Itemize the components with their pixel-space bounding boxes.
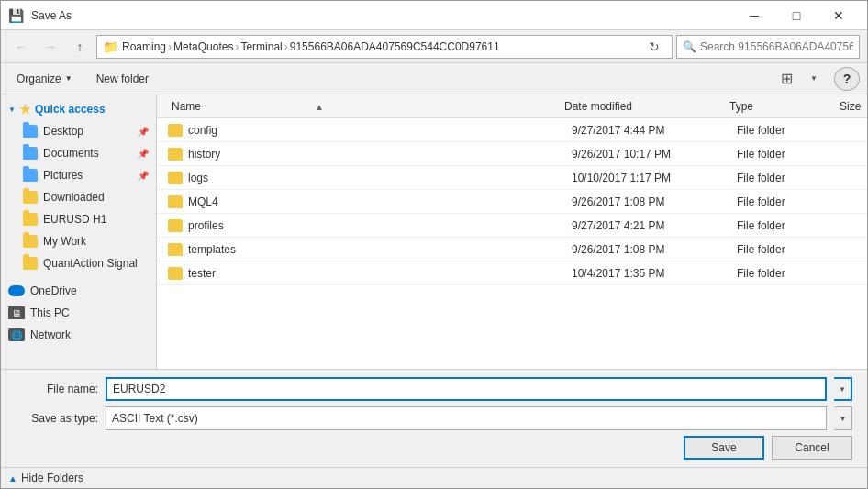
organize-label: Organize bbox=[17, 72, 61, 85]
table-row[interactable]: MQL4 9/26/2017 1:08 PM File folder bbox=[157, 190, 867, 214]
file-type: File folder bbox=[733, 148, 789, 161]
quick-access-chevron: ▼ bbox=[8, 106, 16, 114]
table-row[interactable]: history 9/26/2017 10:17 PM File folder bbox=[157, 142, 867, 166]
sidebar-item-thispc[interactable]: 🖥 This PC bbox=[1, 302, 156, 324]
sidebar-item-network[interactable]: 🌐 Network bbox=[1, 324, 156, 346]
documents-folder-icon bbox=[23, 147, 38, 160]
save-as-dialog: 💾 Save As ─ □ ✕ ← → ↑ 📁 Roaming › MetaQu… bbox=[0, 0, 868, 489]
file-date: 9/26/2017 1:08 PM bbox=[568, 195, 668, 208]
help-button[interactable]: ? bbox=[834, 67, 860, 91]
filename-dropdown-button[interactable]: ▼ bbox=[834, 377, 852, 401]
filetype-row: Save as type: ASCII Text (*.csv) ▼ bbox=[16, 406, 852, 430]
sidebar-item-desktop[interactable]: Desktop 📌 bbox=[1, 120, 156, 142]
breadcrumb-metaquotes[interactable]: MetaQuotes bbox=[173, 40, 233, 53]
window-title: Save As bbox=[31, 9, 72, 22]
search-input[interactable] bbox=[700, 40, 853, 53]
back-button[interactable]: ← bbox=[8, 35, 34, 59]
thispc-label: This PC bbox=[30, 306, 70, 319]
breadcrumb-roaming[interactable]: Roaming bbox=[122, 40, 166, 53]
column-header-type[interactable]: Type bbox=[726, 100, 836, 113]
sidebar-item-mywork[interactable]: My Work bbox=[1, 230, 156, 252]
column-header-date[interactable]: Date modified bbox=[561, 100, 726, 113]
desktop-folder-icon bbox=[23, 125, 38, 138]
hide-folders-bar[interactable]: ▲ Hide Folders bbox=[1, 467, 867, 488]
action-bar: Organize ▼ New folder ⊞ ▼ ? bbox=[1, 63, 867, 94]
sort-arrow: ▲ bbox=[315, 102, 324, 112]
quick-access-star-icon: ★ bbox=[19, 102, 31, 117]
desktop-label: Desktop bbox=[43, 125, 83, 138]
new-folder-button[interactable]: New folder bbox=[88, 67, 157, 91]
file-date: 10/10/2017 1:17 PM bbox=[568, 172, 674, 184]
breadcrumb-terminal[interactable]: Terminal bbox=[240, 40, 282, 53]
onedrive-icon bbox=[8, 285, 25, 296]
file-type: File folder bbox=[733, 219, 789, 232]
refresh-button[interactable]: ↻ bbox=[642, 36, 666, 58]
table-row[interactable]: profiles 9/27/2017 4:21 PM File folder bbox=[157, 214, 867, 238]
table-row[interactable]: tester 10/4/2017 1:35 PM File folder bbox=[157, 261, 867, 285]
sidebar-item-eurusd[interactable]: EURUSD H1 bbox=[1, 208, 156, 230]
filetype-select-wrapper: ASCII Text (*.csv) bbox=[106, 406, 827, 430]
filetype-label: Save as type: bbox=[16, 412, 98, 425]
desktop-pin-icon: 📌 bbox=[138, 127, 149, 137]
sidebar: ▼ ★ Quick access Desktop 📌 Documents 📌 P… bbox=[1, 94, 157, 369]
file-name: templates bbox=[188, 243, 236, 256]
title-bar-left: 💾 Save As bbox=[8, 8, 72, 23]
file-date: 9/27/2017 4:21 PM bbox=[568, 219, 668, 232]
filename-label: File name: bbox=[16, 383, 98, 395]
file-name: tester bbox=[188, 267, 216, 280]
sidebar-item-downloaded[interactable]: Downloaded bbox=[1, 186, 156, 208]
sidebar-item-onedrive[interactable]: OneDrive bbox=[1, 280, 156, 302]
sidebar-item-quantaction[interactable]: QuantAction Signal bbox=[1, 252, 156, 274]
network-label: Network bbox=[30, 328, 71, 341]
view-controls: ⊞ ▼ bbox=[773, 67, 827, 91]
breadcrumb-guid[interactable]: 915566BA06ADA407569C544CC0D97611 bbox=[290, 40, 500, 53]
view-toggle-button[interactable]: ⊞ bbox=[773, 67, 799, 91]
maximize-button[interactable]: □ bbox=[775, 1, 818, 30]
cancel-button[interactable]: Cancel bbox=[772, 436, 852, 460]
save-button[interactable]: Save bbox=[684, 436, 764, 460]
file-name: MQL4 bbox=[188, 195, 218, 208]
hide-folders-label: Hide Folders bbox=[21, 472, 83, 484]
view-dropdown-button[interactable]: ▼ bbox=[801, 67, 827, 91]
table-row[interactable]: config 9/27/2017 4:44 PM File folder bbox=[157, 118, 867, 142]
pictures-label: Pictures bbox=[43, 169, 83, 182]
title-controls: ─ □ ✕ bbox=[733, 1, 860, 30]
mywork-label: My Work bbox=[43, 235, 86, 248]
mywork-folder-icon bbox=[23, 235, 38, 248]
pictures-pin-icon: 📌 bbox=[138, 171, 149, 181]
sidebar-item-documents[interactable]: Documents 📌 bbox=[1, 142, 156, 164]
file-name: history bbox=[188, 148, 220, 161]
address-bar[interactable]: 📁 Roaming › MetaQuotes › Terminal › 9155… bbox=[96, 35, 673, 59]
thispc-icon: 🖥 bbox=[8, 306, 25, 319]
filename-input-wrapper bbox=[106, 377, 827, 401]
file-list: Name ▲ Date modified Type Size bbox=[157, 94, 867, 369]
folder-icon bbox=[168, 243, 183, 256]
close-button[interactable]: ✕ bbox=[818, 1, 860, 30]
forward-button[interactable]: → bbox=[38, 35, 63, 59]
search-bar[interactable]: 🔍 bbox=[676, 35, 860, 59]
hide-folders-arrow: ▲ bbox=[8, 473, 17, 483]
minimize-button[interactable]: ─ bbox=[733, 1, 775, 30]
downloaded-label: Downloaded bbox=[43, 191, 105, 204]
organize-button[interactable]: Organize ▼ bbox=[8, 67, 81, 91]
column-header-name[interactable]: Name bbox=[168, 100, 406, 113]
up-button[interactable]: ↑ bbox=[67, 35, 93, 59]
search-icon: 🔍 bbox=[683, 40, 696, 53]
file-type: File folder bbox=[733, 243, 789, 256]
filetype-select[interactable]: ASCII Text (*.csv) bbox=[106, 406, 827, 430]
quick-access-header[interactable]: ▼ ★ Quick access bbox=[1, 98, 156, 120]
main-content: ▼ ★ Quick access Desktop 📌 Documents 📌 P… bbox=[1, 94, 867, 369]
filename-input[interactable] bbox=[106, 377, 827, 401]
table-row[interactable]: logs 10/10/2017 1:17 PM File folder bbox=[157, 166, 867, 190]
file-type: File folder bbox=[733, 124, 789, 137]
folder-icon bbox=[168, 267, 183, 280]
file-name: profiles bbox=[188, 219, 224, 232]
filetype-dropdown-button[interactable]: ▼ bbox=[834, 406, 852, 430]
pictures-folder-icon bbox=[23, 169, 38, 182]
column-header-size[interactable]: Size bbox=[836, 100, 867, 113]
bottom-bar: File name: ▼ Save as type: ASCII Text (*… bbox=[1, 369, 867, 467]
table-row[interactable]: templates 9/26/2017 1:08 PM File folder bbox=[157, 238, 867, 261]
navigation-toolbar: ← → ↑ 📁 Roaming › MetaQuotes › Terminal … bbox=[1, 30, 867, 63]
sidebar-item-pictures[interactable]: Pictures 📌 bbox=[1, 164, 156, 186]
folder-icon bbox=[168, 148, 183, 161]
